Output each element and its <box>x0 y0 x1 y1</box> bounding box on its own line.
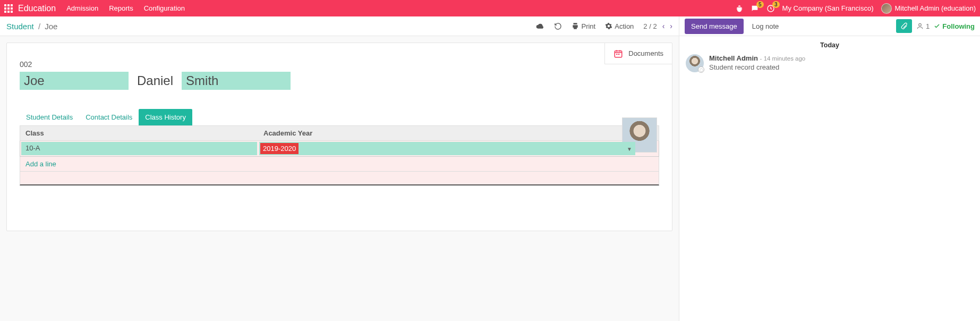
pager-prev-icon[interactable]: ‹ <box>662 22 665 30</box>
table-header: Class Academic Year <box>20 126 659 141</box>
th-academic-year[interactable]: Academic Year <box>258 126 636 140</box>
tab-class-history[interactable]: Class History <box>139 109 192 125</box>
svg-rect-3 <box>618 54 619 55</box>
presence-icon: ◌ <box>698 66 704 73</box>
breadcrumb-sep: / <box>38 22 40 31</box>
user-menu[interactable]: Mitchell Admin (education) <box>881 3 976 14</box>
table-row: 10-A 2019-2020 ▼ <box>20 141 659 157</box>
following-button[interactable]: Following <box>934 22 975 30</box>
print-label: Print <box>581 22 595 30</box>
attach-button[interactable] <box>896 19 912 33</box>
svg-rect-2 <box>617 54 618 55</box>
pager: 2 / 2 ‹ › <box>643 22 672 30</box>
cell-class[interactable]: 10-A <box>21 142 257 155</box>
following-label: Following <box>942 22 975 30</box>
message-time: - 14 minutes ago <box>760 55 806 62</box>
table-spacer <box>20 172 659 185</box>
send-message-button[interactable]: Send message <box>685 19 744 34</box>
tab-contact-details[interactable]: Contact Details <box>79 109 139 125</box>
registration-number: 002 <box>20 60 659 69</box>
form-sheet: Documents 002 Joe Daniel Smith Student D… <box>6 43 672 231</box>
svg-point-4 <box>919 23 922 26</box>
messages-icon[interactable]: 5 <box>751 4 759 13</box>
user-name: Mitchell Admin (education) <box>895 4 976 12</box>
last-name-field[interactable]: Smith <box>182 72 291 90</box>
middle-name-field[interactable]: Daniel <box>135 73 175 88</box>
message-avatar-icon[interactable]: ◌ <box>686 54 704 72</box>
documents-label: Documents <box>628 49 663 57</box>
activities-badge: 3 <box>772 1 780 8</box>
message-text: Student record created <box>709 63 805 71</box>
tabs: Student Details Contact Details Class Hi… <box>20 109 659 126</box>
print-button[interactable]: Print <box>572 22 595 30</box>
user-avatar-icon <box>881 3 892 14</box>
activities-icon[interactable]: 3 <box>766 4 775 13</box>
cell-academic-year[interactable]: 2019-2020 ▼ <box>259 142 635 155</box>
documents-button[interactable]: Documents <box>604 43 672 64</box>
message: ◌ Mitchell Admin - 14 minutes ago Studen… <box>679 54 980 72</box>
message-author[interactable]: Mitchell Admin <box>709 54 758 62</box>
pager-count[interactable]: 2 / 2 <box>643 22 657 30</box>
debug-icon[interactable] <box>736 5 743 12</box>
breadcrumb-current: Joe <box>45 22 57 31</box>
calendar-icon <box>613 49 623 58</box>
followers-button[interactable]: 1 <box>916 22 930 30</box>
dropdown-icon: ▼ <box>627 146 632 151</box>
company-switcher[interactable]: My Company (San Francisco) <box>782 4 874 12</box>
add-line-button[interactable]: Add a line <box>25 160 56 168</box>
apps-menu-icon[interactable] <box>4 4 13 13</box>
year-value: 2019-2020 <box>260 143 299 154</box>
breadcrumb: Student / Joe <box>6 22 57 31</box>
menu-reports[interactable]: Reports <box>109 4 133 12</box>
followers-count: 1 <box>926 22 930 30</box>
menu-configuration[interactable]: Configuration <box>144 4 185 12</box>
cloud-button[interactable] <box>536 22 544 30</box>
action-label: Action <box>615 22 634 30</box>
app-brand[interactable]: Education <box>18 4 56 13</box>
control-bar: Student / Joe Print Action <box>0 16 679 36</box>
th-class[interactable]: Class <box>20 126 258 140</box>
breadcrumb-root[interactable]: Student <box>6 22 34 31</box>
top-nav: Education Admission Reports Configuratio… <box>0 0 980 16</box>
top-menu: Admission Reports Configuration <box>66 4 185 12</box>
first-name-field[interactable]: Joe <box>20 72 129 90</box>
tab-student-details[interactable]: Student Details <box>20 109 79 125</box>
discard-button[interactable] <box>554 22 562 30</box>
chatter-panel: Send message Log note 1 Following Today … <box>679 16 980 321</box>
action-button[interactable]: Action <box>605 22 634 30</box>
menu-admission[interactable]: Admission <box>66 4 98 12</box>
today-separator: Today <box>679 36 980 54</box>
messages-badge: 5 <box>756 1 764 8</box>
log-note-button[interactable]: Log note <box>747 19 785 34</box>
pager-next-icon[interactable]: › <box>670 22 672 30</box>
